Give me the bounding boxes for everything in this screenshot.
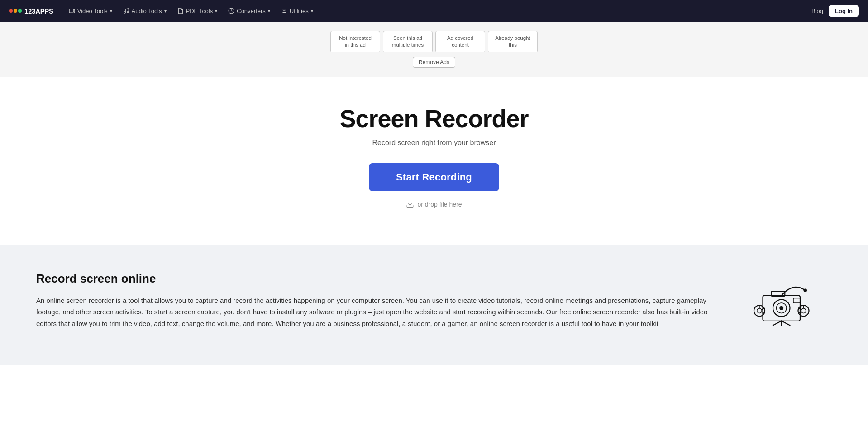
converters-icon [228, 8, 234, 14]
svg-rect-0 [69, 9, 73, 13]
audio-icon [123, 8, 129, 14]
login-button[interactable]: Log In [829, 5, 859, 17]
nav-menu: Video Tools ▾ Audio Tools ▾ PDF Tools ▾ … [64, 5, 811, 17]
info-content: Record screen online An online screen re… [36, 272, 714, 330]
nav-item-audio-tools[interactable]: Audio Tools ▾ [119, 5, 171, 17]
video-icon [69, 8, 75, 14]
remove-ads-button[interactable]: Remove Ads [413, 57, 455, 68]
chevron-down-icon: ▾ [110, 9, 112, 14]
nav-item-utilities[interactable]: Utilities ▾ [277, 5, 318, 17]
ad-feedback-already-bought[interactable]: Already bought this [488, 31, 538, 52]
svg-point-28 [804, 288, 807, 292]
drop-area[interactable]: or drop file here [406, 200, 462, 208]
ad-feedback-covered-content[interactable]: Ad covered content [435, 31, 485, 52]
logo[interactable]: 123APPS [9, 7, 53, 15]
hero-section: Screen Recorder Record screen right from… [0, 77, 868, 245]
start-recording-button[interactable]: Start Recording [369, 163, 499, 191]
utilities-icon [281, 8, 287, 14]
ad-section: Not interested in this ad Seen this ad m… [0, 22, 868, 77]
pdf-icon [177, 8, 184, 14]
converters-label: Converters [237, 8, 266, 14]
chevron-down-icon-5: ▾ [311, 9, 313, 14]
chevron-down-icon-4: ▾ [268, 9, 270, 14]
chevron-down-icon-2: ▾ [164, 9, 167, 14]
nav-item-converters[interactable]: Converters ▾ [224, 5, 275, 17]
svg-line-27 [782, 321, 790, 326]
info-section: Record screen online An online screen re… [0, 245, 868, 366]
logo-dot-1 [9, 9, 13, 13]
nav-item-pdf-tools[interactable]: PDF Tools ▾ [173, 5, 222, 17]
info-body: An online screen recorder is a tool that… [36, 295, 714, 330]
ad-feedback-seen-multiple[interactable]: Seen this ad multiple times [383, 31, 433, 52]
pdf-tools-label: PDF Tools [186, 8, 213, 14]
svg-line-25 [773, 321, 782, 326]
svg-point-12 [779, 306, 783, 310]
chevron-down-icon-3: ▾ [215, 9, 217, 14]
navbar-right: Blog Log In [811, 5, 859, 17]
drop-label: or drop file here [417, 201, 462, 208]
blog-link[interactable]: Blog [811, 8, 823, 14]
download-icon [406, 200, 414, 208]
ad-feedback-not-interested[interactable]: Not interested in this ad [330, 31, 380, 52]
utilities-label: Utilities [290, 8, 309, 14]
page-wrapper: Not interested in this ad Seen this ad m… [0, 0, 868, 365]
logo-dot-3 [18, 9, 22, 13]
svg-marker-1 [73, 9, 75, 13]
page-title: Screen Recorder [339, 104, 528, 132]
svg-point-2 [124, 12, 125, 14]
logo-dot-2 [14, 9, 17, 13]
svg-point-16 [757, 308, 762, 313]
info-title: Record screen online [36, 272, 714, 286]
audio-tools-label: Audio Tools [132, 8, 162, 14]
video-tools-label: Video Tools [77, 8, 108, 14]
ad-feedback-buttons: Not interested in this ad Seen this ad m… [330, 31, 538, 52]
svg-rect-14 [793, 298, 800, 303]
svg-point-3 [127, 11, 129, 13]
nav-item-video-tools[interactable]: Video Tools ▾ [64, 5, 117, 17]
info-illustration [741, 272, 832, 326]
logo-text: 123APPS [24, 7, 53, 15]
navbar: 123APPS Video Tools ▾ Audio Tools ▾ PDF … [0, 0, 868, 22]
camera-illustration [750, 272, 823, 326]
svg-point-21 [801, 308, 806, 313]
logo-dots [9, 9, 22, 13]
hero-subtitle: Record screen right from your browser [372, 139, 496, 147]
